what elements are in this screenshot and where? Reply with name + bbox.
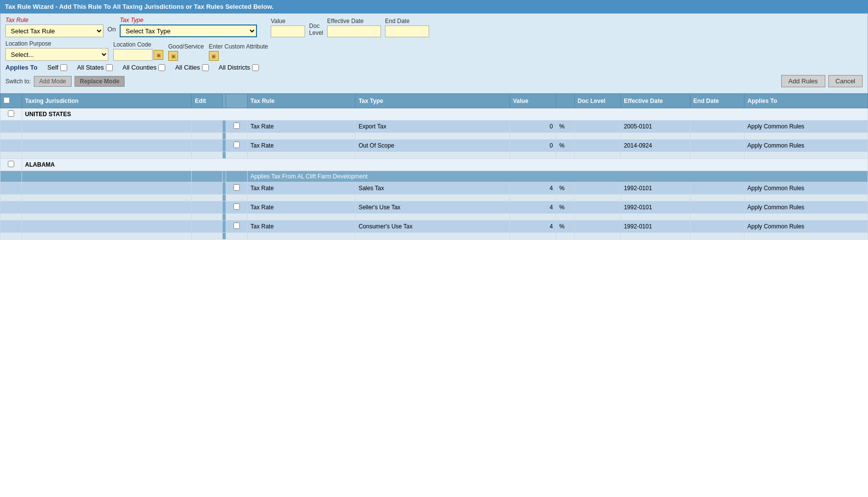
- spacer-cell: [556, 133, 574, 140]
- row-checkbox[interactable]: [233, 203, 240, 210]
- table-row: Tax Rate Seller's Use Tax 4 % 1992-0101 …: [0, 201, 868, 214]
- spacer-cell: [744, 195, 868, 201]
- jurisdiction-checkbox-cell[interactable]: [0, 159, 22, 171]
- spacer-cell: [22, 195, 192, 201]
- row-checkbox[interactable]: [233, 223, 240, 229]
- location-purpose-label: Location Purpose: [5, 40, 108, 47]
- spacer-cell: [556, 233, 574, 240]
- add-mode-button[interactable]: Add Mode: [34, 76, 72, 87]
- row-checkbox[interactable]: [233, 184, 240, 191]
- row-tax-type: Export Tax: [356, 121, 510, 133]
- row-value: 0: [510, 140, 556, 152]
- all-counties-checkbox[interactable]: [158, 64, 165, 71]
- row-inner-checkbox-cell[interactable]: [226, 121, 247, 133]
- all-districts-checkbox[interactable]: [252, 64, 259, 71]
- jurisdiction-checkbox-cell[interactable]: [0, 108, 22, 121]
- spacer-cell: [510, 133, 556, 140]
- self-checkbox[interactable]: [60, 64, 67, 71]
- row-checkbox[interactable]: [233, 142, 240, 148]
- spacer-cell: [247, 233, 355, 240]
- all-districts-label: All Districts: [219, 64, 250, 71]
- th-value: Value: [510, 94, 556, 108]
- good-service-icon-btn[interactable]: ▣: [168, 51, 178, 61]
- th-tax-rule: Tax Rule: [247, 94, 355, 108]
- value-input[interactable]: [271, 25, 305, 37]
- location-code-icon-btn[interactable]: ▣: [153, 50, 163, 60]
- row-tax-type: Sales Tax: [356, 182, 510, 195]
- all-districts-checkbox-group: All Districts: [219, 64, 259, 71]
- location-purpose-dropdown[interactable]: Select...: [5, 48, 108, 61]
- row-checkbox[interactable]: [233, 123, 240, 129]
- jurisdiction-checkbox[interactable]: [8, 161, 14, 167]
- jurisdiction-name: ALABAMA: [22, 159, 868, 171]
- jurisdiction-checkbox[interactable]: [8, 110, 14, 117]
- spacer-cell: [556, 195, 574, 201]
- custom-attr-icon-btn[interactable]: ▣: [209, 51, 219, 61]
- all-states-checkbox[interactable]: [106, 64, 113, 71]
- row-taxing-jurisdiction: [22, 182, 192, 195]
- row-applies-to: Apply Common Rules: [744, 121, 868, 133]
- spacer-cell: [556, 152, 574, 159]
- row-tax-type: Out Of Scope: [356, 140, 510, 152]
- select-all-checkbox[interactable]: [3, 97, 10, 103]
- end-date-input[interactable]: [385, 25, 429, 37]
- applies-to-label: Applies To: [5, 64, 37, 71]
- spacer-cell: [247, 214, 355, 221]
- spacer-cell: [22, 152, 192, 159]
- spacer-cell: [356, 214, 510, 221]
- spacer-cell: [192, 233, 223, 240]
- row-tax-rule: Tax Rate: [247, 221, 355, 233]
- spacer-cell: [22, 133, 192, 140]
- table-row-spacer: [0, 152, 868, 159]
- th-end-date: End Date: [690, 94, 744, 108]
- buttons-row: Switch to: Add Mode Replace Mode Add Rul…: [5, 75, 863, 87]
- doc-level-col-label: Doc Level: [309, 23, 323, 36]
- applies-to-row: Applies To Self All States All Counties …: [5, 64, 863, 71]
- row-eff-date: 1992-0101: [621, 182, 690, 195]
- row-inner-checkbox-cell[interactable]: [226, 140, 247, 152]
- all-states-label: All States: [77, 64, 104, 71]
- spacer-cell: [574, 152, 620, 159]
- th-eff-date: Effective Date: [621, 94, 690, 108]
- row-select-cell: [0, 182, 22, 195]
- switch-to-label: Switch to:: [5, 78, 31, 85]
- row-tax-rule: Tax Rate: [247, 182, 355, 195]
- row-pct: %: [556, 121, 574, 133]
- row-tax-rule: Tax Rate: [247, 201, 355, 214]
- wizard-form: Tax Rule Select Tax Rule On Tax Type Sel…: [0, 13, 868, 94]
- row-end-date: [690, 201, 744, 214]
- row-eff-date: 1992-0101: [621, 221, 690, 233]
- spacer-cell: [744, 214, 868, 221]
- spacer-cell: [621, 152, 690, 159]
- add-rules-button[interactable]: Add Rules: [781, 75, 825, 87]
- row-inner-checkbox-cell[interactable]: [226, 221, 247, 233]
- replace-mode-button[interactable]: Replace Mode: [75, 76, 125, 87]
- table-row-spacer: [0, 214, 868, 221]
- row-edit-cell: [192, 121, 223, 133]
- select-tax-type-dropdown[interactable]: Select Tax Type: [120, 25, 257, 37]
- row-edit-cell: [192, 182, 223, 195]
- all-cities-checkbox[interactable]: [202, 64, 209, 71]
- location-code-input[interactable]: [113, 49, 153, 61]
- effective-date-col-label: Effective Date: [327, 18, 381, 25]
- wizard-title: Tax Rule Wizard - Add This Rule To All T…: [5, 3, 274, 10]
- spacer-cell: [192, 214, 223, 221]
- location-code-group: Location Code ▣: [113, 41, 163, 61]
- effective-date-input[interactable]: [327, 25, 381, 37]
- tax-rule-group: Tax Rule Select Tax Rule: [5, 17, 103, 37]
- cancel-button[interactable]: Cancel: [828, 75, 863, 87]
- row-pct: %: [556, 140, 574, 152]
- row-inner-checkbox-cell[interactable]: [226, 201, 247, 214]
- th-select-all[interactable]: [0, 94, 22, 108]
- tax-rule-label: Tax Rule: [5, 17, 103, 24]
- table-row-spacer: [0, 233, 868, 240]
- spacer-cell: [574, 214, 620, 221]
- row-select-cell: [0, 121, 22, 133]
- spacer-cell: [690, 214, 744, 221]
- row-end-date: [690, 140, 744, 152]
- row-inner-checkbox-cell[interactable]: [226, 182, 247, 195]
- tax-type-label: Tax Type: [120, 17, 257, 24]
- select-tax-rule-dropdown[interactable]: Select Tax Rule: [5, 25, 103, 37]
- spacer-cell: [744, 152, 868, 159]
- spacer-cell: [0, 152, 22, 159]
